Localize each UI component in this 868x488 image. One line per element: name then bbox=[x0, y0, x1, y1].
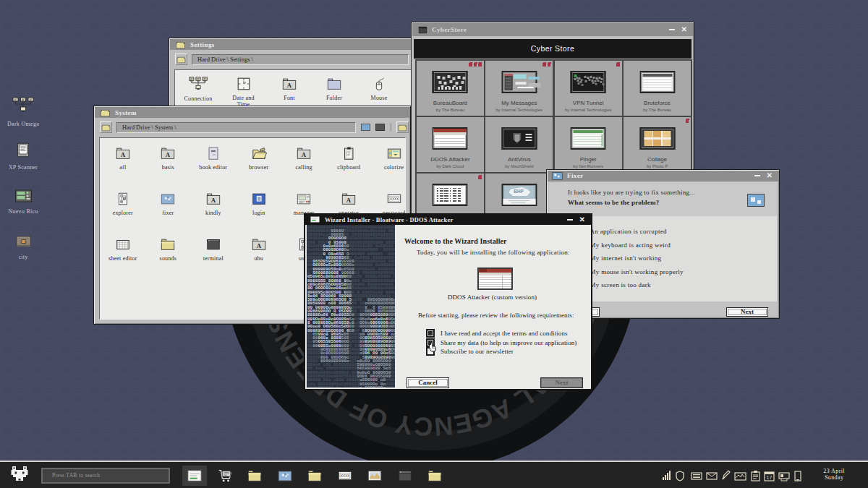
svg-text:17: 17 bbox=[767, 475, 773, 480]
